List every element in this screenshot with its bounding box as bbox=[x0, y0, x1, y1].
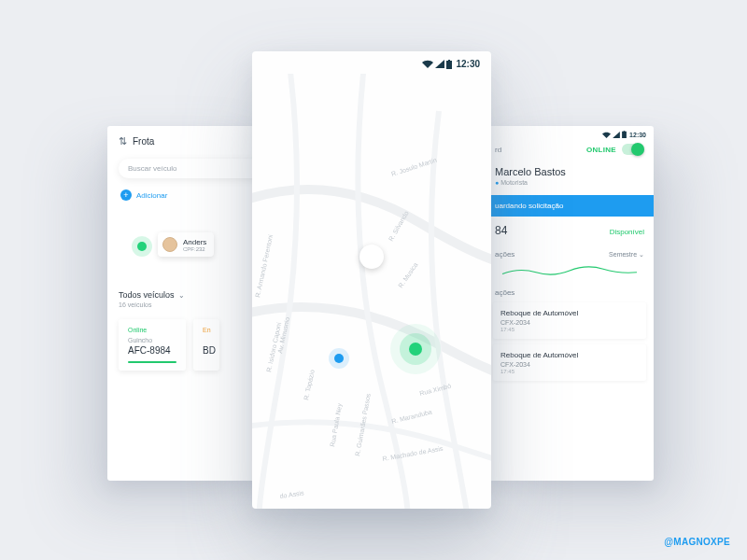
vehicle-plate: AFC-8984 bbox=[128, 345, 176, 356]
credit-handle: @MAGNOXPE bbox=[664, 537, 730, 547]
header-partial: rd bbox=[495, 146, 501, 154]
current-location-button[interactable] bbox=[359, 245, 384, 269]
user-role: Motorista bbox=[495, 179, 654, 186]
vehicle-status: En bbox=[203, 327, 218, 333]
svg-rect-0 bbox=[622, 132, 627, 138]
signal-icon bbox=[613, 132, 620, 138]
vehicle-card[interactable]: Online Guincho AFC-8984 bbox=[119, 319, 186, 371]
add-vehicle-button[interactable]: + Adicionar bbox=[107, 184, 275, 206]
mini-map[interactable]: Anders CPF:232 bbox=[107, 210, 275, 275]
vehicle-count: 16 veículos bbox=[119, 301, 264, 308]
driver-name: Anders bbox=[183, 238, 206, 246]
status-bar: 12:30 bbox=[486, 126, 654, 138]
street-label: do Assis bbox=[279, 489, 304, 499]
clock: 12:30 bbox=[629, 132, 646, 138]
vehicle-status: Online bbox=[128, 327, 176, 333]
street-label: R. Musica bbox=[397, 261, 419, 289]
vehicles-section-header[interactable]: Todos veículos⌄ 16 veículos bbox=[107, 283, 275, 314]
street-label: R. Topázio bbox=[303, 369, 317, 400]
add-label: Adicionar bbox=[136, 191, 167, 200]
user-header: Marcelo Bastos Motorista bbox=[486, 161, 654, 189]
requests-label: ações bbox=[486, 285, 654, 302]
map-screen: 12:30 R. Josulo Martin R. Silvando R. Mu… bbox=[252, 51, 491, 509]
vehicle-plate: BD bbox=[203, 345, 218, 356]
clock: 12:30 bbox=[456, 59, 480, 69]
map-marker-blue[interactable] bbox=[334, 354, 344, 363]
online-label: ONLINE bbox=[586, 146, 616, 154]
status-banner: uardando solicitação bbox=[486, 195, 654, 217]
wifi-icon bbox=[422, 60, 433, 68]
vehicle-marker[interactable] bbox=[137, 242, 147, 251]
map-canvas[interactable]: R. Josulo Martin R. Silvando R. Musica R… bbox=[252, 74, 491, 509]
vehicle-card[interactable]: En BD bbox=[193, 319, 219, 371]
plus-icon: + bbox=[120, 189, 132, 201]
search-input[interactable]: Buscar veículo bbox=[119, 159, 264, 178]
signal-icon bbox=[435, 60, 444, 68]
svg-rect-3 bbox=[448, 60, 450, 61]
online-toggle[interactable] bbox=[622, 144, 644, 155]
avatar bbox=[162, 237, 177, 252]
driver-sub: CPF:232 bbox=[183, 246, 206, 252]
request-item[interactable]: Reboque de Automóvel CFX-2034 17:45 bbox=[493, 344, 646, 381]
street-label: R. Machado de Assis bbox=[382, 445, 444, 462]
request-item[interactable]: Reboque de Automóvel CFX-2034 17:45 bbox=[493, 302, 646, 339]
filter-icon[interactable]: ⇅ bbox=[119, 135, 127, 147]
status-bar: 12:30 bbox=[252, 51, 491, 69]
driver-card[interactable]: Anders CPF:232 bbox=[158, 232, 214, 257]
user-name: Marcelo Bastos bbox=[495, 166, 654, 177]
street-label: R. Maranduba bbox=[391, 408, 433, 425]
status-bar bbox=[128, 361, 176, 363]
availability-status: Disponível bbox=[610, 228, 644, 236]
map-marker-green[interactable] bbox=[409, 343, 422, 356]
current-plate: 84 bbox=[495, 224, 507, 237]
period-selector[interactable]: Semestre ⌄ bbox=[609, 251, 644, 259]
svg-rect-2 bbox=[446, 61, 452, 69]
svg-rect-1 bbox=[624, 131, 626, 132]
wifi-icon bbox=[602, 132, 611, 138]
driver-dashboard-screen: 12:30 rd ONLINE Marcelo Bastos Motorista… bbox=[486, 126, 654, 481]
battery-icon bbox=[446, 60, 452, 69]
screen-title: Frota bbox=[133, 136, 154, 147]
vehicle-type: Guincho bbox=[128, 337, 176, 343]
street-label: R. Armando Ferentoni bbox=[254, 233, 274, 298]
battery-icon bbox=[622, 131, 627, 138]
fleet-screen: ⇅ Frota Buscar veículo + Adicionar Ander… bbox=[107, 126, 275, 481]
stats-label: ações bbox=[495, 250, 514, 259]
chevron-down-icon: ⌄ bbox=[178, 291, 185, 300]
sparkline-chart bbox=[495, 262, 644, 279]
